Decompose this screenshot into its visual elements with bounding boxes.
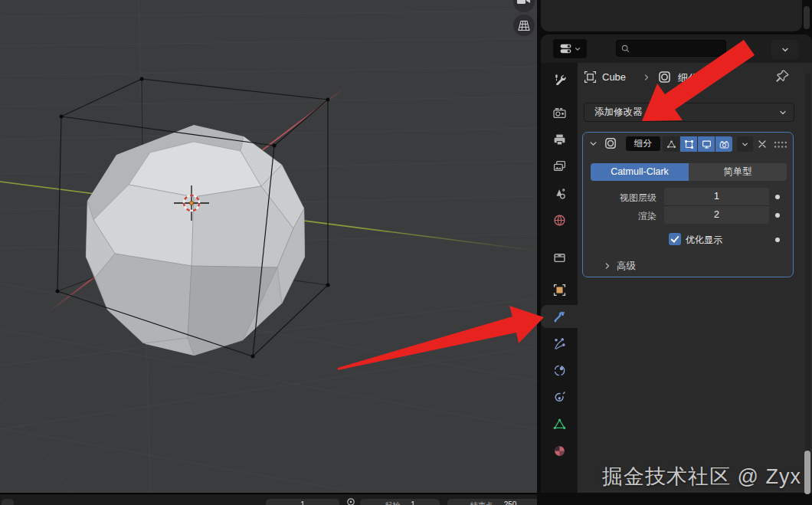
keying-set-icon[interactable] bbox=[346, 497, 355, 505]
tab-tool[interactable] bbox=[541, 68, 578, 91]
chevron-right-icon bbox=[642, 73, 651, 82]
panel-expand-chevron-icon[interactable] bbox=[588, 139, 598, 149]
edit-mode-toggle[interactable] bbox=[680, 136, 697, 152]
frame-end-label: 结束点 bbox=[470, 500, 493, 505]
breadcrumb-modifier[interactable]: 细分 bbox=[678, 71, 698, 85]
subdivision-surface-icon bbox=[604, 136, 617, 150]
tab-physics[interactable] bbox=[541, 359, 578, 382]
properties-scrollbar-thumb[interactable] bbox=[804, 451, 810, 494]
drag-handle-icon[interactable] bbox=[773, 139, 788, 150]
tab-material[interactable] bbox=[541, 439, 578, 462]
levels-viewport-field[interactable]: 1 bbox=[664, 188, 769, 206]
collection-icon bbox=[553, 251, 566, 264]
optimal-display-checkbox[interactable] bbox=[669, 233, 681, 245]
3d-viewport[interactable] bbox=[0, 0, 537, 493]
render-icon bbox=[553, 107, 566, 120]
current-frame-field[interactable]: 1 bbox=[266, 499, 339, 505]
search-field[interactable] bbox=[616, 40, 726, 57]
on-cage-toggle[interactable] bbox=[663, 136, 679, 152]
subdivision-modifier-panel: 细分 Catmull-Clark 简单型 视图层级 1 渲染 2 优化 bbox=[582, 132, 794, 277]
tab-output[interactable] bbox=[541, 128, 578, 151]
object-data-icon bbox=[553, 418, 566, 431]
constraints-icon bbox=[553, 391, 566, 404]
frame-start-field[interactable]: 起始 1 bbox=[360, 499, 440, 505]
tab-constraints[interactable] bbox=[541, 385, 578, 408]
properties-header bbox=[541, 34, 812, 63]
tab-modifiers[interactable] bbox=[541, 305, 578, 328]
edit-mode-icon bbox=[684, 139, 694, 149]
object-data-icon bbox=[584, 71, 597, 84]
frame-end-value: 250 bbox=[504, 500, 517, 505]
render-levels-field[interactable]: 2 bbox=[664, 206, 769, 224]
animate-dot[interactable] bbox=[775, 195, 780, 199]
filter-dropdown-button[interactable] bbox=[771, 40, 798, 59]
scene-icon bbox=[553, 187, 566, 200]
levels-viewport-label: 视图层级 bbox=[583, 192, 656, 205]
realtime-toggle[interactable] bbox=[698, 136, 715, 152]
optimal-display-label: 优化显示 bbox=[686, 234, 722, 247]
advanced-expand-chevron-icon[interactable] bbox=[603, 261, 612, 271]
tab-scene[interactable] bbox=[541, 182, 578, 205]
right-panel: Cube 细分 添加修改器 细分 bbox=[537, 0, 812, 505]
animate-dot[interactable] bbox=[775, 238, 780, 242]
catmull-clark-button[interactable]: Catmull-Clark bbox=[591, 163, 689, 181]
frame-end-field[interactable]: 结束点 250 bbox=[447, 499, 539, 505]
simple-button[interactable]: 简单型 bbox=[689, 163, 787, 181]
render-levels-label: 渲染 bbox=[583, 210, 656, 223]
subdivision-type-switch: Catmull-Clark 简单型 bbox=[591, 163, 787, 181]
chevron-down-icon bbox=[574, 45, 581, 53]
tab-view-layer[interactable] bbox=[541, 155, 578, 178]
render-toggle[interactable] bbox=[715, 136, 732, 152]
chevron-down-icon bbox=[781, 45, 790, 54]
modifier-display-toggles bbox=[663, 136, 732, 152]
tab-object[interactable] bbox=[541, 278, 578, 301]
advanced-section-header[interactable]: 高级 bbox=[617, 260, 636, 273]
properties-tab-column bbox=[541, 63, 578, 493]
tab-collection[interactable] bbox=[541, 245, 578, 268]
add-modifier-button[interactable]: 添加修改器 bbox=[584, 103, 794, 122]
subdivision-surface-icon bbox=[657, 70, 672, 84]
camera-icon bbox=[719, 139, 729, 149]
breadcrumb-object[interactable]: Cube bbox=[602, 71, 626, 83]
output-icon bbox=[553, 133, 566, 146]
modifier-extras-button[interactable] bbox=[737, 136, 753, 152]
grid-ortho-gizmo[interactable] bbox=[513, 15, 535, 36]
tab-object-data[interactable] bbox=[541, 412, 578, 435]
tab-particles[interactable] bbox=[541, 332, 578, 355]
world-icon bbox=[553, 214, 566, 227]
outliner-bottom-edge bbox=[541, 0, 802, 31]
particles-icon bbox=[553, 337, 566, 350]
tab-world[interactable] bbox=[541, 208, 578, 231]
properties-scrollbar-track bbox=[805, 73, 810, 493]
physics-icon bbox=[553, 364, 566, 377]
properties-editor: Cube 细分 添加修改器 细分 bbox=[541, 34, 812, 493]
vertex-triangle-icon bbox=[666, 139, 676, 149]
search-icon bbox=[620, 44, 630, 54]
blender-window: 1 起始 1 结束点 250 bbox=[0, 0, 812, 505]
editor-type-button[interactable] bbox=[553, 39, 587, 58]
object-icon bbox=[553, 284, 566, 297]
timeline-stub-button[interactable] bbox=[2, 499, 14, 505]
current-frame-value: 1 bbox=[300, 500, 305, 505]
frame-start-label: 起始 bbox=[385, 500, 400, 505]
add-modifier-label: 添加修改器 bbox=[594, 106, 778, 119]
animate-dot[interactable] bbox=[775, 213, 780, 218]
search-input[interactable] bbox=[630, 42, 718, 54]
monitor-icon bbox=[702, 139, 712, 149]
view-layer-icon bbox=[553, 160, 566, 173]
camera-gizmo-icon bbox=[517, 0, 526, 4]
modifiers-icon bbox=[553, 310, 566, 323]
material-icon bbox=[553, 444, 566, 457]
chevron-down-icon bbox=[778, 108, 787, 117]
modifier-name-field[interactable]: 细分 bbox=[626, 136, 660, 151]
pin-icon[interactable] bbox=[775, 69, 790, 84]
tab-render[interactable] bbox=[541, 101, 578, 124]
close-icon[interactable] bbox=[757, 139, 768, 149]
watermark: 掘金技术社区 @ Zyx bbox=[602, 463, 801, 490]
properties-editor-icon bbox=[559, 42, 572, 55]
frame-start-value: 1 bbox=[411, 500, 415, 505]
chevron-down-icon bbox=[741, 140, 749, 149]
tool-icon bbox=[553, 74, 566, 87]
outliner-scrollbar[interactable] bbox=[804, 6, 810, 29]
